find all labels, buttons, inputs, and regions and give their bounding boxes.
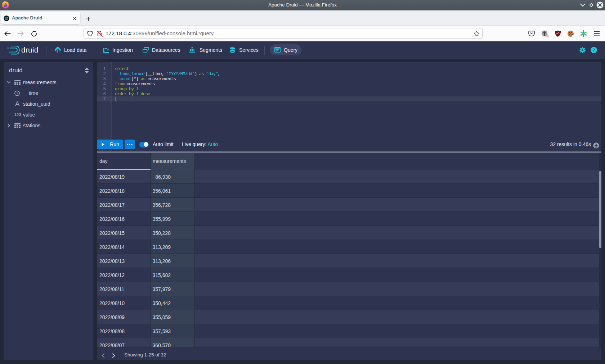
svg-text:?: ?	[592, 48, 595, 52]
svg-text:uO: uO	[556, 32, 560, 35]
